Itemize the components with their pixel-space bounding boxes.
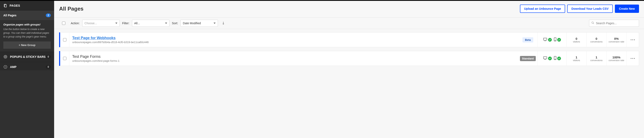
stat-rate: 100% conversion rate (606, 51, 626, 66)
search-icon (591, 21, 594, 25)
search-box[interactable] (589, 20, 639, 27)
svg-point-11 (555, 40, 555, 41)
svg-point-6 (592, 22, 594, 23)
nav-all-pages-count: 2 (46, 13, 51, 17)
page-variant-tag: Standard (520, 56, 536, 61)
upload-button[interactable]: Upload an Unbounce Page (520, 4, 565, 13)
sort-label: Sort: (172, 22, 178, 25)
mobile-icon (554, 56, 556, 61)
nav-all-pages[interactable]: All Pages 2 (0, 10, 54, 20)
check-icon (557, 38, 561, 42)
create-new-button[interactable]: Create New (615, 4, 639, 13)
chevron-down-icon (165, 23, 167, 24)
stat-visitors: 0 visitors (566, 33, 586, 47)
check-icon (557, 57, 561, 60)
sidebar: PAGES All Pages 2 Organize pages with gr… (0, 1, 54, 138)
new-group-button[interactable]: + New Group (3, 41, 51, 49)
filter-value: All... (134, 22, 140, 25)
chevron-down-icon (115, 23, 118, 24)
page-title-link[interactable]: Test Page for Webhooks (72, 36, 516, 40)
svg-point-19 (630, 58, 631, 59)
nav-amp[interactable]: AMP 0 (0, 62, 54, 70)
search-input[interactable] (596, 22, 637, 25)
sort-select[interactable]: Date Modified (180, 20, 218, 27)
sort-value: Date Modified (183, 22, 201, 25)
page-list: Test Page for Webhooks unbouncepages.com… (54, 29, 644, 69)
target-icon (3, 55, 8, 59)
sidebar-header: PAGES (0, 1, 54, 10)
filter-label: Filter: (122, 22, 130, 25)
stat-conversions: 0 conversions (586, 33, 606, 47)
stat-rate: 0% conversion rate (606, 33, 626, 47)
device-status (537, 33, 566, 47)
page-url: unbouncepages.com/test-page-forms-1 (72, 59, 516, 62)
svg-point-14 (634, 39, 635, 40)
page-row: Test Page for Webhooks unbouncepages.com… (59, 32, 639, 47)
svg-rect-15 (544, 57, 547, 59)
mobile-icon (554, 38, 556, 42)
action-select[interactable]: Choose... (82, 20, 120, 27)
nav-amp-count: 0 (46, 65, 51, 69)
groups-info: Organize pages with groups! Use the butt… (0, 20, 54, 52)
groups-title: Organize pages with groups! (3, 23, 51, 26)
check-icon (548, 57, 552, 60)
row-checkbox[interactable] (63, 38, 66, 41)
check-icon (548, 38, 552, 42)
nav-popups-label: POPUPS & STICKY BARS (10, 55, 46, 59)
page-info: Test Page for Webhooks unbouncepages.com… (69, 33, 518, 47)
page-row: Test Page Forms unbouncepages.com/test-p… (59, 51, 639, 66)
stat-visitors: 1 visitors (566, 51, 586, 66)
page-url: unbouncepages.com/897b0b4a-d518-4cf0-b31… (72, 41, 516, 44)
chevron-down-icon (214, 23, 216, 24)
download-leads-button[interactable]: Download Your Leads CSV (567, 4, 612, 13)
filter-select[interactable]: All... (132, 20, 170, 27)
groups-desc: Use the button below to create a new gro… (3, 27, 51, 39)
row-menu-button[interactable] (626, 33, 639, 47)
page-variant-tag: Beta (522, 37, 533, 43)
page-info: Test Page Forms unbouncepages.com/test-p… (69, 51, 518, 66)
action-label: Action: (71, 22, 80, 25)
svg-line-7 (593, 23, 594, 24)
main-header: All Pages Upload an Unbounce Page Downlo… (54, 1, 644, 18)
action-placeholder: Choose... (84, 22, 97, 25)
nav-popups[interactable]: POPUPS & STICKY BARS 0 (0, 52, 54, 62)
select-all-checkbox[interactable] (62, 22, 65, 25)
nav-popups-count: 0 (46, 55, 51, 59)
main-content: All Pages Upload an Unbounce Page Downlo… (54, 1, 644, 138)
svg-point-21 (634, 58, 635, 59)
header-buttons: Upload an Unbounce Page Download Your Le… (520, 4, 639, 13)
page-title: All Pages (59, 5, 84, 12)
desktop-icon (543, 56, 547, 61)
row-checkbox[interactable] (63, 57, 66, 60)
device-status (537, 51, 566, 66)
nav-amp-label: AMP (10, 65, 16, 69)
svg-point-4 (5, 57, 6, 57)
row-menu-button[interactable] (626, 51, 639, 66)
toolbar: Action: Choose... Filter: All... Sort: D… (54, 18, 644, 29)
stat-conversions: 1 conversions (586, 51, 606, 66)
svg-point-20 (632, 58, 633, 59)
pages-icon (3, 4, 7, 7)
svg-point-18 (555, 59, 555, 60)
svg-point-12 (630, 39, 631, 40)
svg-rect-1 (4, 5, 6, 7)
sort-direction-button[interactable] (220, 20, 226, 27)
nav-all-pages-label: All Pages (3, 14, 16, 17)
svg-point-13 (632, 39, 633, 40)
svg-rect-8 (544, 38, 547, 40)
desktop-icon (543, 38, 547, 42)
sidebar-header-title: PAGES (10, 4, 20, 7)
page-title-text[interactable]: Test Page Forms (72, 55, 516, 59)
amp-icon (3, 65, 8, 69)
